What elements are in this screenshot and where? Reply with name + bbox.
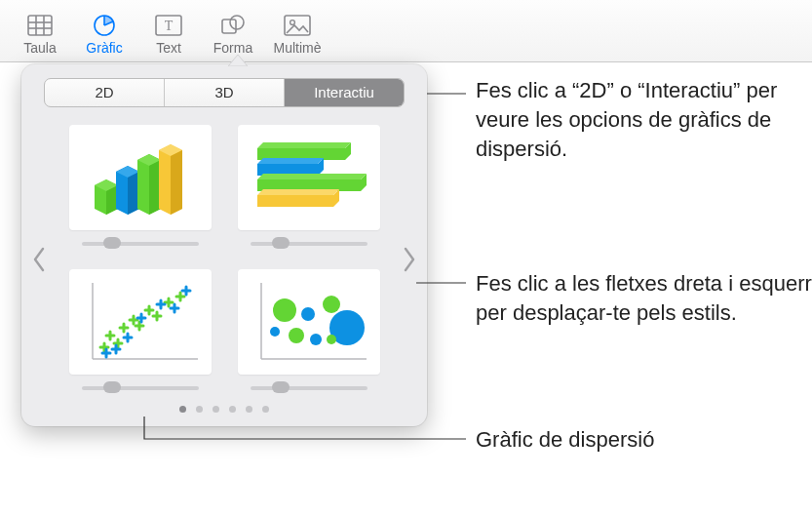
callout-scatter: Gràfic de dispersió [476,425,812,455]
callout-arrows: Fes clic a les fletxes dreta i esquerra … [476,269,812,328]
callout-tabs: Fes clic a “2D” o “Interactiu” per veure… [476,76,812,164]
